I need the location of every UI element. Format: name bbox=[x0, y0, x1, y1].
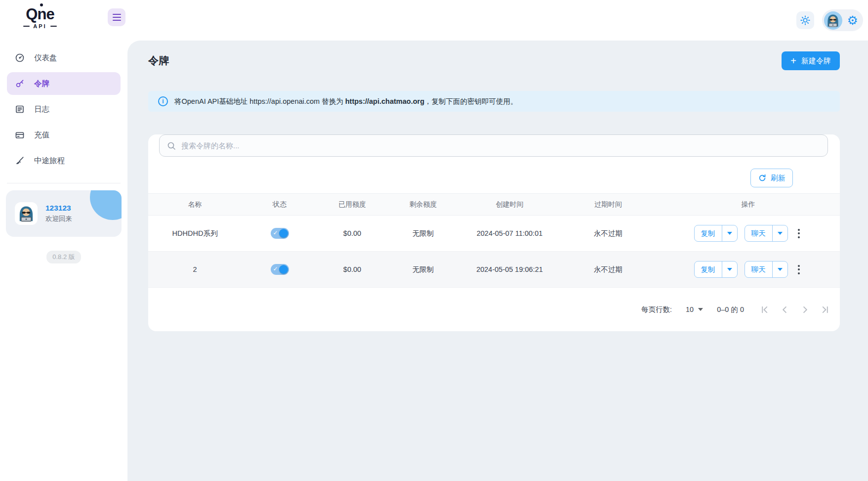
sidebar-item-dashboard[interactable]: 仪表盘 bbox=[7, 46, 121, 69]
created-time: 2024-05-07 11:00:01 bbox=[459, 229, 560, 237]
first-page-icon bbox=[760, 305, 769, 314]
chevron-down-icon bbox=[727, 232, 732, 235]
hamburger-icon bbox=[113, 14, 121, 21]
last-page-icon bbox=[821, 305, 830, 314]
search-icon bbox=[166, 141, 176, 151]
header-expire-time: 过期时间 bbox=[560, 200, 657, 209]
settings-gear-icon[interactable]: ⚙ bbox=[847, 14, 858, 27]
header-used-quota: 已用额度 bbox=[318, 200, 387, 209]
user-card[interactable]: 123123 欢迎回来 bbox=[6, 190, 122, 237]
sidebar-item-topup[interactable]: 充值 bbox=[7, 124, 121, 146]
chevron-down-icon bbox=[727, 268, 732, 271]
sidebar-item-label: 充值 bbox=[34, 130, 49, 140]
hacker-avatar-icon bbox=[16, 204, 37, 225]
more-actions-button[interactable] bbox=[795, 262, 803, 277]
token-name: 2 bbox=[148, 265, 242, 273]
copy-button[interactable]: 复制 bbox=[695, 262, 722, 277]
copy-button[interactable]: 复制 bbox=[695, 225, 722, 241]
sidebar-toggle-button[interactable] bbox=[108, 8, 125, 26]
table-row: 2 ✓ $0.00 无限制 2024-05-05 19:06:21 永不过期 复… bbox=[148, 252, 840, 288]
copy-dropdown-button[interactable] bbox=[722, 225, 737, 241]
topbar: Qne API bbox=[0, 0, 868, 41]
chevron-down-icon bbox=[778, 268, 783, 271]
logo-dash-right bbox=[50, 26, 57, 27]
header-status: 状态 bbox=[242, 200, 318, 209]
rows-per-page-value: 10 bbox=[686, 306, 694, 313]
copy-dropdown-button[interactable] bbox=[722, 262, 737, 277]
created-time: 2024-05-05 19:06:21 bbox=[459, 265, 560, 273]
chat-button[interactable]: 聊天 bbox=[745, 225, 772, 241]
sidebar-item-label: 令牌 bbox=[34, 79, 49, 89]
remaining-quota: 无限制 bbox=[387, 229, 459, 238]
logo-wordmark: Qne bbox=[13, 6, 67, 23]
sidebar-item-tokens[interactable]: 令牌 bbox=[7, 72, 121, 95]
refresh-label: 刷新 bbox=[771, 174, 785, 183]
chat-button[interactable]: 聊天 bbox=[745, 262, 772, 277]
sidebar: 仪表盘 令牌 日志 充值 中途旅程 bbox=[0, 41, 127, 481]
token-name: HDHDHD系列 bbox=[148, 229, 242, 238]
status-toggle[interactable]: ✓ bbox=[271, 264, 289, 275]
theme-toggle-button[interactable] bbox=[796, 11, 814, 29]
sun-icon bbox=[800, 15, 811, 26]
sidebar-item-logs[interactable]: 日志 bbox=[7, 98, 121, 121]
new-token-label: 新建令牌 bbox=[801, 56, 831, 66]
pagination: 每页行数: 10 0–0 的 0 bbox=[148, 288, 840, 331]
info-icon: i bbox=[158, 96, 168, 106]
decorative-bubble bbox=[90, 190, 122, 220]
avatar bbox=[15, 202, 38, 225]
used-quota: $0.00 bbox=[318, 265, 387, 273]
expire-time: 永不过期 bbox=[560, 265, 657, 274]
chat-dropdown-button[interactable] bbox=[772, 262, 787, 277]
new-token-button[interactable]: + 新建令牌 bbox=[782, 51, 840, 70]
table-row: HDHDHD系列 ✓ $0.00 无限制 2024-05-07 11:00:01… bbox=[148, 216, 840, 252]
prev-page-button[interactable] bbox=[780, 305, 789, 314]
credit-card-icon bbox=[15, 130, 25, 140]
logo-subtitle: API bbox=[33, 23, 46, 29]
sidebar-item-label: 日志 bbox=[34, 104, 49, 115]
remaining-quota: 无限制 bbox=[387, 265, 459, 274]
first-page-button[interactable] bbox=[760, 305, 769, 314]
paintbrush-icon bbox=[15, 156, 25, 166]
check-icon: ✓ bbox=[273, 265, 278, 273]
chat-dropdown-button[interactable] bbox=[772, 225, 787, 241]
sidebar-item-label: 仪表盘 bbox=[34, 53, 57, 63]
header-actions: 操作 bbox=[657, 200, 840, 209]
main-content: 令牌 + 新建令牌 i 将OpenAI API基础地址 https://api.… bbox=[127, 41, 868, 481]
username: 123123 bbox=[45, 204, 72, 213]
expire-time: 永不过期 bbox=[560, 229, 657, 238]
notice-prefix: 将OpenAI API基础地址 https://api.openai.com 替… bbox=[174, 97, 345, 105]
table-header-row: 名称 状态 已用额度 剩余额度 创建时间 过期时间 操作 bbox=[148, 193, 840, 216]
pagination-range: 0–0 的 0 bbox=[717, 305, 744, 314]
log-list-icon bbox=[15, 104, 25, 114]
version-badge: 0.8.2 版 bbox=[46, 251, 81, 263]
check-icon: ✓ bbox=[273, 229, 278, 237]
app-logo: Qne API bbox=[13, 6, 67, 29]
rows-per-page-select[interactable]: 10 bbox=[686, 306, 703, 313]
plus-icon: + bbox=[790, 56, 796, 66]
next-page-button[interactable] bbox=[800, 305, 810, 314]
user-greeting: 欢迎回来 bbox=[45, 215, 72, 223]
tokens-table: 名称 状态 已用额度 剩余额度 创建时间 过期时间 操作 HDHDHD系列 ✓ … bbox=[148, 193, 840, 288]
header-name: 名称 bbox=[148, 200, 242, 209]
chevron-left-icon bbox=[780, 305, 789, 314]
logo-dash-left bbox=[23, 26, 30, 27]
header-created-time: 创建时间 bbox=[459, 200, 560, 209]
notice-suffix: ，复制下面的密钥即可使用。 bbox=[424, 97, 518, 105]
more-actions-button[interactable] bbox=[795, 226, 803, 241]
used-quota: $0.00 bbox=[318, 229, 387, 237]
user-menu[interactable]: ⚙ bbox=[822, 9, 863, 31]
search-input[interactable] bbox=[159, 134, 828, 157]
refresh-button[interactable]: 刷新 bbox=[750, 169, 793, 187]
avatar[interactable] bbox=[824, 11, 842, 30]
tokens-card: 刷新 名称 状态 已用额度 剩余额度 创建时间 过期时间 操作 HDHDHD系列… bbox=[148, 134, 840, 331]
page-title: 令牌 bbox=[148, 54, 169, 68]
status-toggle[interactable]: ✓ bbox=[271, 228, 289, 239]
rows-per-page-label: 每页行数: bbox=[641, 305, 672, 314]
sidebar-divider bbox=[7, 183, 121, 183]
gauge-icon bbox=[15, 53, 25, 63]
refresh-icon bbox=[758, 174, 767, 182]
sidebar-nav: 仪表盘 令牌 日志 充值 中途旅程 bbox=[0, 46, 127, 172]
sidebar-item-midjourney[interactable]: 中途旅程 bbox=[7, 149, 121, 172]
last-page-button[interactable] bbox=[821, 305, 830, 314]
topbar-actions: ⚙ bbox=[796, 0, 863, 41]
